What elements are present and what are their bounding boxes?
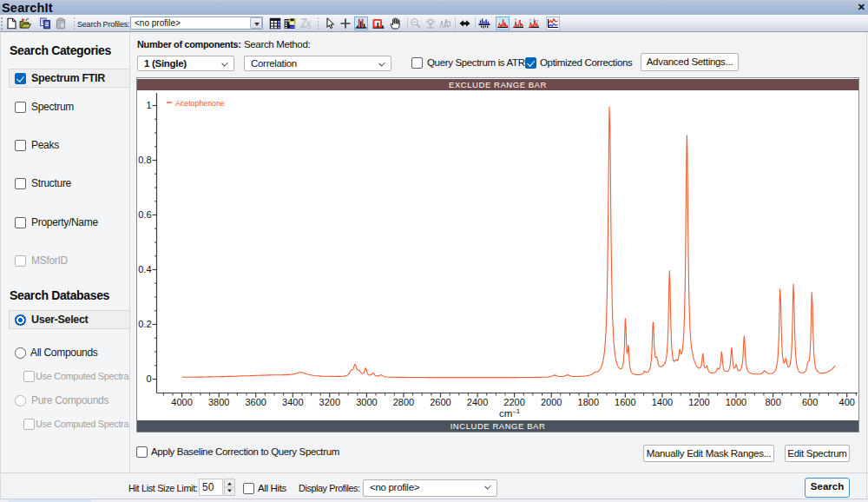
svg-text:0: 0 <box>146 373 151 384</box>
svg-text:3400: 3400 <box>282 397 303 407</box>
svg-text:1200: 1200 <box>688 397 709 407</box>
svg-text:400: 400 <box>839 397 855 407</box>
svg-text:3600: 3600 <box>245 397 266 407</box>
svg-text:1800: 1800 <box>578 397 599 407</box>
svg-text:4000: 4000 <box>171 397 192 407</box>
svg-text:0.6: 0.6 <box>138 209 151 220</box>
svg-text:cm–1: cm–1 <box>499 407 521 419</box>
svg-text:0.4: 0.4 <box>138 264 151 274</box>
svg-text:2400: 2400 <box>467 397 488 407</box>
svg-text:2000: 2000 <box>541 397 562 407</box>
svg-text:3200: 3200 <box>319 397 340 407</box>
svg-text:600: 600 <box>802 397 818 407</box>
svg-text:800: 800 <box>765 397 780 407</box>
svg-text:1000: 1000 <box>726 397 746 407</box>
svg-text:3800: 3800 <box>208 397 229 407</box>
svg-text:1400: 1400 <box>652 397 673 407</box>
svg-text:0.2: 0.2 <box>138 319 151 329</box>
svg-text:1600: 1600 <box>615 397 635 407</box>
svg-text:2600: 2600 <box>430 397 450 407</box>
svg-text:0.8: 0.8 <box>138 155 151 165</box>
svg-text:2800: 2800 <box>393 397 414 407</box>
svg-text:3000: 3000 <box>356 397 377 407</box>
svg-text:1: 1 <box>146 100 151 110</box>
svg-text:2200: 2200 <box>503 397 524 407</box>
svg-text:Acetophenone: Acetophenone <box>175 99 225 108</box>
